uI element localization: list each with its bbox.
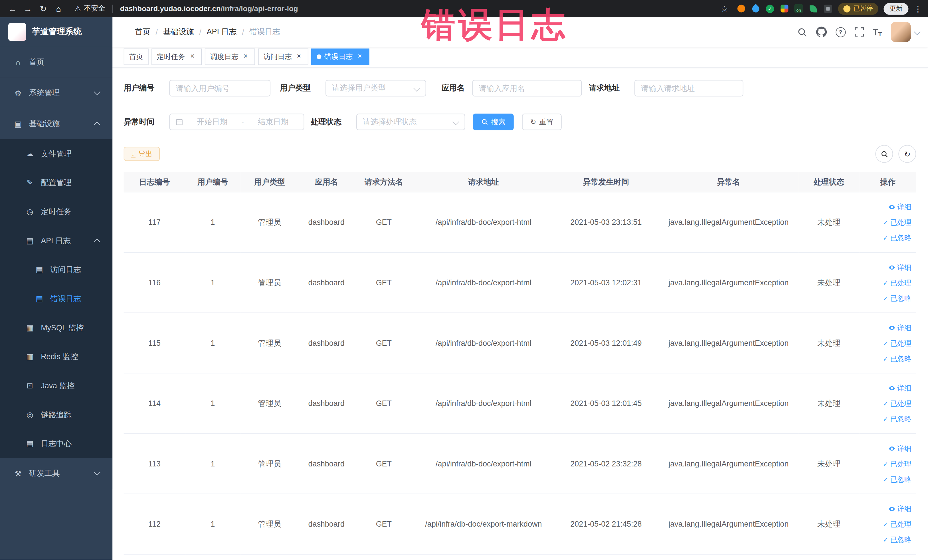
tab-close-icon[interactable]: × xyxy=(295,53,303,61)
row-action-ignored-link[interactable]: ✓已忽略 xyxy=(862,411,911,426)
user-menu[interactable] xyxy=(891,22,920,42)
tab-首页[interactable]: 首页 xyxy=(124,49,149,65)
extension-leaf-icon[interactable] xyxy=(809,4,818,13)
sidebar-item-dev-tools[interactable]: ⚒ 研发工具 xyxy=(0,458,112,489)
row-action-label: 详细 xyxy=(897,501,911,516)
paused-badge[interactable]: 已暂停 xyxy=(838,3,878,14)
sidebar-item-home[interactable]: ⌂ 首页 xyxy=(0,47,112,78)
row-action-processed-link[interactable]: ✓已处理 xyxy=(862,335,911,351)
row-action-processed-link[interactable]: ✓已处理 xyxy=(862,215,911,230)
tab-close-icon[interactable]: × xyxy=(356,53,364,61)
row-action-processed-link[interactable]: ✓已处理 xyxy=(862,456,911,471)
row-action-ignored-link[interactable]: ✓已忽略 xyxy=(862,532,911,547)
breadcrumb-item[interactable]: API 日志 xyxy=(207,26,237,37)
sidebar-item-log-center[interactable]: ▤ 日志中心 xyxy=(0,429,112,458)
breadcrumb-item[interactable]: 基础设施 xyxy=(163,26,194,37)
divider xyxy=(112,5,113,13)
sidebar-item-job[interactable]: ◷ 定时任务 xyxy=(0,197,112,226)
row-action-ignored-link[interactable]: ✓已忽略 xyxy=(862,351,911,366)
row-action-processed-link[interactable]: ✓已处理 xyxy=(862,396,911,411)
sidebar-item-redis[interactable]: ▥ Redis 监控 xyxy=(0,342,112,371)
extension-grid-icon[interactable] xyxy=(779,4,789,13)
search-icon[interactable] xyxy=(797,27,807,37)
sidebar-item-config[interactable]: ✎ 配置管理 xyxy=(0,168,112,197)
bookmark-star-icon[interactable]: ☆ xyxy=(718,2,731,15)
cell-exception-name: java.lang.IllegalArgumentException xyxy=(659,252,798,313)
sidebar-item-file[interactable]: ☁ 文件管理 xyxy=(0,139,112,168)
back-icon[interactable]: ← xyxy=(6,2,19,15)
row-action-ignored-link[interactable]: ✓已忽略 xyxy=(862,471,911,487)
tab-错误日志[interactable]: 错误日志 × xyxy=(311,49,369,65)
tab-调度日志[interactable]: 调度日志 × xyxy=(205,49,255,65)
font-size-icon[interactable]: TT xyxy=(873,27,882,37)
row-action-ignored-link[interactable]: ✓已忽略 xyxy=(862,290,911,306)
log-center-icon: ▤ xyxy=(25,439,35,448)
row-action-detail-link[interactable]: 详细 xyxy=(862,199,911,215)
security-chip[interactable]: ⚠ 不安全 xyxy=(75,3,105,14)
avatar[interactable] xyxy=(891,22,911,42)
eye-icon xyxy=(888,264,896,271)
address-bar[interactable]: dashboard.yudao.iocoder.cn /infra/log/ap… xyxy=(120,5,298,13)
row-action-label: 详细 xyxy=(897,320,911,335)
row-action-detail-link[interactable]: 详细 xyxy=(862,441,911,456)
request-url-input[interactable] xyxy=(635,80,743,96)
row-action-label: 已处理 xyxy=(890,335,911,351)
home-icon[interactable]: ⌂ xyxy=(52,2,65,15)
user-id-input[interactable] xyxy=(169,80,270,96)
breadcrumb-item[interactable]: 首页 xyxy=(135,26,150,37)
github-icon[interactable] xyxy=(816,26,826,37)
reset-button[interactable]: ↻ 重置 xyxy=(522,113,562,130)
help-icon[interactable]: ? xyxy=(836,27,846,37)
cell-request-url: /api/infra/db-doc/export-html xyxy=(414,192,553,252)
row-action-processed-link[interactable]: ✓已处理 xyxy=(862,275,911,290)
user-type-select[interactable]: 请选择用户类型 xyxy=(325,80,426,96)
row-action-ignored-link[interactable]: ✓已忽略 xyxy=(862,230,911,245)
java-monitor-icon: ⊡ xyxy=(25,381,35,390)
update-button[interactable]: 更新 xyxy=(884,3,908,14)
column-header: 处理状态 xyxy=(798,172,859,192)
sidebar-item-access-log[interactable]: ▤ 访问日志 xyxy=(0,255,112,284)
column-header: 请求地址 xyxy=(414,172,553,192)
tab-访问日志[interactable]: 访问日志 × xyxy=(258,49,308,65)
extension-orange-icon[interactable] xyxy=(736,4,746,13)
row-action-detail-link[interactable]: 详细 xyxy=(862,380,911,396)
sidebar-item-mysql[interactable]: ▦ MySQL 监控 xyxy=(0,313,112,342)
exception-time-range-picker[interactable]: 开始日期 - 结束日期 xyxy=(169,113,304,130)
fullscreen-icon[interactable] xyxy=(855,27,864,37)
row-action-detail-link[interactable]: 详细 xyxy=(862,259,911,275)
browser-menu-icon[interactable]: ⋮ xyxy=(914,4,922,13)
sidebar-item-tracer[interactable]: ◎ 链路追踪 xyxy=(0,400,112,429)
row-action-detail-link[interactable]: 详细 xyxy=(862,320,911,335)
chevron-down-icon xyxy=(452,119,459,125)
export-button[interactable]: ↓ 导出 xyxy=(124,147,160,161)
extension-drop-icon[interactable] xyxy=(751,4,760,13)
process-status-select[interactable]: 请选择处理状态 xyxy=(356,113,465,130)
table-body: 117 1 管理员 dashboard GET /api/infra/db-do… xyxy=(124,192,916,554)
tab-定时任务[interactable]: 定时任务 × xyxy=(151,49,202,65)
sidebar-item-error-log[interactable]: ▤ 错误日志 xyxy=(0,284,112,313)
extension-on-badge-icon[interactable]: on xyxy=(794,4,803,13)
sidebar-item-api-log[interactable]: ▤ API 日志 xyxy=(0,226,112,255)
edit-icon: ✎ xyxy=(25,178,35,187)
table-row: 112 1 管理员 dashboard GET /api/infra/db-do… xyxy=(124,494,916,554)
logo-row[interactable]: 芋道管理系统 xyxy=(0,17,112,47)
cell-exception-time: 2021-05-02 23:32:28 xyxy=(553,433,659,494)
refresh-table-button[interactable]: ↻ xyxy=(898,145,916,163)
extension-check-icon[interactable]: ✓ xyxy=(766,5,774,13)
row-action-detail-link[interactable]: 详细 xyxy=(862,501,911,516)
toggle-search-button[interactable] xyxy=(875,145,893,163)
tab-close-icon[interactable]: × xyxy=(188,53,197,61)
tab-close-icon[interactable]: × xyxy=(241,53,250,61)
cell-actions: 详细✓已处理✓已忽略 xyxy=(859,433,916,494)
extension-puzzle-icon[interactable] xyxy=(823,4,833,13)
chevron-icon xyxy=(93,469,100,476)
row-action-processed-link[interactable]: ✓已处理 xyxy=(862,516,911,532)
search-button[interactable]: 搜索 xyxy=(473,113,514,130)
forward-icon[interactable]: → xyxy=(21,2,35,15)
app-name-input[interactable] xyxy=(472,80,582,96)
sidebar-item-infra[interactable]: ▣ 基础设施 xyxy=(0,108,112,139)
cell-app-name: dashboard xyxy=(299,373,354,433)
sidebar-item-java[interactable]: ⊡ Java 监控 xyxy=(0,371,112,400)
sidebar-item-system[interactable]: ⚙ 系统管理 xyxy=(0,78,112,108)
reload-icon[interactable]: ↻ xyxy=(37,2,50,15)
